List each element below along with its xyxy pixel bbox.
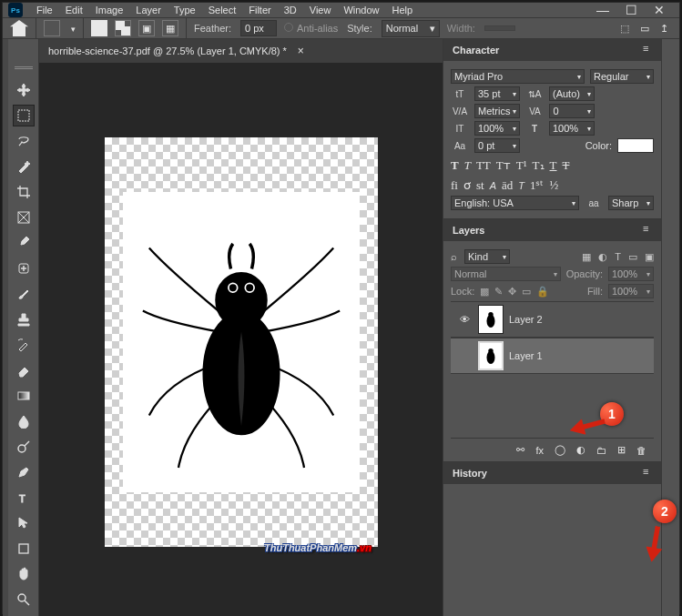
delete-layer-icon[interactable]: 🗑 [636, 445, 646, 456]
menu-file[interactable]: File [30, 3, 59, 17]
menu-view[interactable]: View [303, 3, 338, 17]
lock-image-icon[interactable]: ✎ [494, 286, 503, 298]
lock-artboard-icon[interactable]: ▭ [522, 286, 531, 298]
layer-thumbnail[interactable] [478, 341, 504, 370]
intersect-selection-icon[interactable]: ▦ [162, 20, 178, 36]
lock-transparency-icon[interactable]: ▩ [480, 286, 489, 298]
swash-button[interactable]: A [490, 178, 496, 193]
dodge-tool[interactable] [13, 436, 35, 458]
panel-menu-icon[interactable] [643, 223, 656, 236]
home-icon[interactable] [10, 20, 28, 36]
kerning-dropdown[interactable]: Metrics [474, 104, 520, 118]
pen-tool[interactable] [13, 461, 35, 483]
document-tab[interactable]: horrible-science-37.pdf @ 27.5% (Layer 1… [39, 39, 443, 63]
style-dropdown[interactable]: Normal▾ [382, 20, 440, 37]
menu-window[interactable]: Window [337, 3, 385, 17]
font-size-dropdown[interactable]: 35 pt [474, 86, 520, 101]
filter-adjust-icon[interactable]: ◐ [598, 251, 607, 263]
lasso-tool[interactable] [13, 130, 35, 152]
brush-tool[interactable] [13, 283, 35, 305]
stamp-tool[interactable] [13, 308, 35, 330]
new-selection-icon[interactable] [91, 20, 107, 36]
hand-tool[interactable] [13, 563, 35, 585]
move-tool[interactable] [13, 79, 35, 101]
healing-brush-tool[interactable] [13, 258, 35, 279]
titling-button[interactable]: T [518, 178, 524, 193]
lock-position-icon[interactable]: ✥ [508, 286, 516, 298]
antialias-dropdown[interactable]: Sharp [608, 196, 654, 210]
layer-name[interactable]: Layer 2 [509, 314, 543, 325]
character-panel-tab[interactable]: Character [443, 39, 661, 61]
stylistic-button[interactable]: ād [502, 178, 513, 193]
magic-wand-tool[interactable] [13, 156, 35, 177]
discretionary-button[interactable]: st [476, 178, 484, 193]
font-style-dropdown[interactable]: Regular [590, 69, 654, 84]
history-brush-tool[interactable] [13, 334, 35, 356]
baseline-input[interactable]: 0 pt [474, 138, 520, 153]
blur-tool[interactable] [13, 410, 35, 432]
blend-mode-dropdown[interactable]: Normal [451, 267, 561, 281]
path-select-tool[interactable] [13, 512, 35, 534]
fx-icon[interactable]: fx [535, 445, 544, 456]
menu-help[interactable]: Help [386, 3, 420, 17]
filter-shape-icon[interactable]: ▭ [628, 251, 637, 263]
filter-kind-dropdown[interactable]: Kind [464, 249, 510, 264]
contextual-button[interactable]: ơ [463, 178, 471, 193]
lock-all-icon[interactable]: 🔒 [536, 286, 549, 298]
subtract-selection-icon[interactable]: ▣ [138, 20, 155, 36]
share-icon[interactable]: ↥ [660, 23, 668, 35]
allcaps-button[interactable]: TT [476, 158, 491, 173]
maximize-icon[interactable]: ☐ [626, 3, 637, 17]
filter-type-icon[interactable]: T [615, 251, 621, 263]
chevron-down-icon[interactable] [67, 23, 76, 34]
subscript-button[interactable]: T₁ [533, 158, 545, 173]
text-color-swatch[interactable] [617, 138, 654, 153]
menu-type[interactable]: Type [168, 3, 202, 17]
gradient-tool[interactable] [13, 385, 35, 407]
menu-layer[interactable]: Layer [129, 3, 168, 17]
vscale-input[interactable]: 100% [474, 121, 520, 136]
menu-3d[interactable]: 3D [278, 3, 303, 17]
layer-thumbnail[interactable] [478, 305, 504, 334]
eyedropper-tool[interactable] [13, 232, 35, 254]
mask-icon[interactable]: ◯ [555, 444, 565, 456]
italic-button[interactable]: T [464, 158, 471, 173]
eraser-tool[interactable] [13, 359, 35, 381]
minimize-icon[interactable]: — [596, 3, 609, 17]
panel-menu-icon[interactable] [643, 466, 656, 479]
select-mask-icon[interactable]: ⬚ [620, 23, 629, 35]
feather-input[interactable]: 0 px [240, 20, 277, 36]
add-selection-icon[interactable] [115, 20, 131, 36]
layer-row[interactable]: 👁 Layer 2 [451, 301, 654, 338]
close-icon[interactable]: ✕ [654, 3, 665, 17]
fill-input[interactable]: 100% [608, 284, 654, 298]
tab-close-icon[interactable]: × [298, 45, 304, 57]
canvas[interactable] [105, 137, 378, 547]
underline-button[interactable]: T [550, 158, 557, 173]
opacity-input[interactable]: 100% [608, 267, 654, 281]
visibility-icon[interactable]: 👁 [456, 314, 473, 325]
menu-edit[interactable]: Edit [59, 3, 89, 17]
panel-menu-icon[interactable] [643, 43, 656, 56]
language-dropdown[interactable]: English: USA [451, 196, 579, 210]
menu-select[interactable]: Select [202, 3, 243, 17]
tracking-dropdown[interactable]: 0 [549, 104, 595, 118]
layer-row[interactable]: Layer 1 [451, 338, 654, 374]
strike-button[interactable]: T [563, 158, 570, 173]
bold-button[interactable]: T [451, 158, 459, 173]
leading-dropdown[interactable]: (Auto) [549, 86, 595, 101]
superscript-button[interactable]: T¹ [516, 158, 527, 173]
zoom-tool[interactable] [13, 589, 35, 611]
frame-tool[interactable] [13, 207, 35, 228]
menu-image[interactable]: Image [89, 3, 130, 17]
tool-preset-dropdown[interactable] [44, 20, 60, 36]
ordinals-button[interactable]: 1ˢᵗ [530, 178, 545, 193]
layers-panel-tab[interactable]: Layers [443, 219, 661, 241]
history-panel-tab[interactable]: History [443, 462, 661, 484]
type-tool[interactable]: T [13, 487, 35, 509]
menu-filter[interactable]: Filter [242, 3, 277, 17]
link-layers-icon[interactable]: ⚯ [516, 444, 524, 456]
smallcaps-button[interactable]: Tᴛ [496, 158, 511, 173]
filter-pixel-icon[interactable]: ▦ [582, 251, 591, 263]
ligatures-button[interactable]: fi [451, 178, 458, 193]
